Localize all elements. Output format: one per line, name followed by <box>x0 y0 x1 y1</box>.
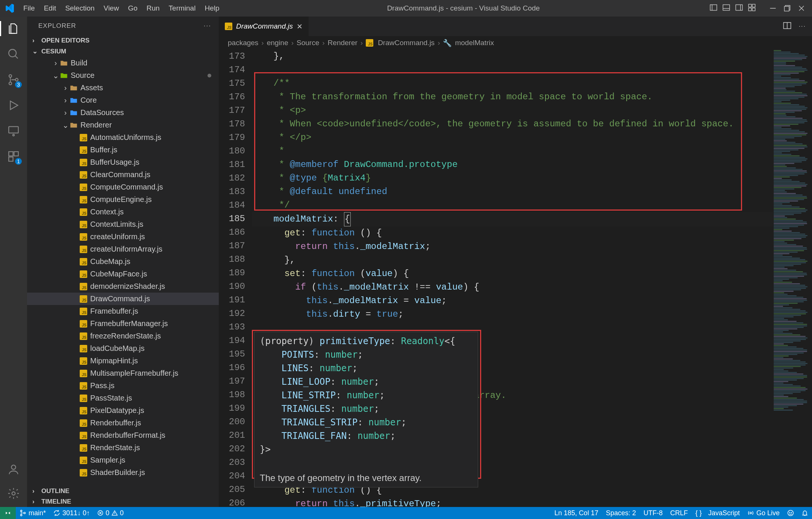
activity-extensions-icon[interactable]: 1 <box>6 149 21 164</box>
file-row[interactable]: JSFramebufferManager.js <box>27 317 219 330</box>
folder-row[interactable]: ›Core <box>27 94 219 106</box>
editor-more-icon[interactable]: ··· <box>799 23 806 30</box>
menu-view[interactable]: View <box>99 4 124 12</box>
activity-remote-icon[interactable] <box>6 123 21 138</box>
code-content[interactable]: }, /** * The transformation from the geo… <box>252 50 773 507</box>
status-language[interactable]: { } JavaScript <box>692 507 744 519</box>
js-file-icon: JS <box>79 295 88 303</box>
toggle-panel-icon[interactable] <box>723 4 730 13</box>
folder-icon <box>59 72 68 79</box>
toggle-secondary-sidebar-icon[interactable] <box>735 4 743 13</box>
menu-selection[interactable]: Selection <box>61 4 99 12</box>
toggle-primary-sidebar-icon[interactable] <box>710 4 717 13</box>
menu-help[interactable]: Help <box>200 4 224 12</box>
tree-item-label: RenderbufferFormat.js <box>90 431 165 440</box>
activity-explorer-icon[interactable] <box>6 21 21 36</box>
tab-close-icon[interactable]: ✕ <box>297 22 303 31</box>
menu-file[interactable]: File <box>19 4 39 12</box>
file-row[interactable]: JSMipmapHint.js <box>27 355 219 367</box>
file-row[interactable]: JSShaderBuilder.js <box>27 466 219 479</box>
section-timeline[interactable]: ›TIMELINE <box>27 496 219 507</box>
sidebar-more-icon[interactable]: ··· <box>204 22 211 30</box>
file-row[interactable]: JScreateUniformArray.js <box>27 243 219 255</box>
folder-icon <box>69 121 78 129</box>
crumb[interactable]: engine <box>267 39 288 47</box>
status-bell-icon[interactable] <box>798 507 812 519</box>
file-row[interactable]: JSSampler.js <box>27 454 219 466</box>
svg-point-29 <box>20 510 22 511</box>
activity-account-icon[interactable] <box>6 462 21 477</box>
file-row[interactable]: JSMultisampleFramebuffer.js <box>27 367 219 379</box>
status-indent[interactable]: Spaces: 2 <box>602 507 640 519</box>
folder-row[interactable]: ›Build <box>27 57 219 69</box>
file-row[interactable]: JSContextLimits.js <box>27 218 219 231</box>
file-row[interactable]: JSBufferUsage.js <box>27 156 219 168</box>
file-row[interactable]: JSPassState.js <box>27 392 219 404</box>
file-row[interactable]: JSPass.js <box>27 379 219 392</box>
file-row[interactable]: JSdemodernizeShader.js <box>27 280 219 293</box>
file-row[interactable]: JSAutomaticUniforms.js <box>27 131 219 144</box>
status-position[interactable]: Ln 185, Col 17 <box>551 507 602 519</box>
menu-terminal[interactable]: Terminal <box>164 4 200 12</box>
activity-scm-icon[interactable]: 3 <box>6 72 21 87</box>
file-row[interactable]: JSFramebuffer.js <box>27 305 219 317</box>
status-branch[interactable]: main* <box>16 507 50 519</box>
chevron-icon: › <box>62 108 69 117</box>
file-row[interactable]: JSContext.js <box>27 206 219 218</box>
file-row[interactable]: JSClearCommand.js <box>27 168 219 181</box>
file-row[interactable]: JSCubeMapFace.js <box>27 268 219 280</box>
minimap[interactable] <box>773 50 812 507</box>
crumb[interactable]: DrawCommand.js <box>378 39 435 47</box>
folder-row[interactable]: ⌄Renderer <box>27 119 219 131</box>
file-row[interactable]: JSComputeEngine.js <box>27 193 219 206</box>
file-row[interactable]: JSComputeCommand.js <box>27 181 219 193</box>
folder-row[interactable]: ⌄Source <box>27 69 219 82</box>
file-row[interactable]: JSCubeMap.js <box>27 255 219 268</box>
status-eol[interactable]: CRLF <box>667 507 692 519</box>
section-open-editors[interactable]: ›OPEN EDITORS <box>27 35 219 46</box>
folder-row[interactable]: ›DataSources <box>27 106 219 119</box>
status-sync[interactable]: 3011↓ 0↑ <box>50 507 94 519</box>
file-row[interactable]: JScreateUniform.js <box>27 231 219 243</box>
close-icon[interactable] <box>798 5 805 12</box>
svg-rect-7 <box>752 4 755 7</box>
file-row[interactable]: JSRenderbuffer.js <box>27 417 219 429</box>
tab-drawcommand[interactable]: JS DrawCommand.js ✕ <box>219 17 309 36</box>
activity-run-icon[interactable] <box>6 98 21 113</box>
js-file-icon: JS <box>79 357 88 365</box>
tree-item-label: ClearCommand.js <box>90 170 150 179</box>
split-editor-icon[interactable] <box>783 21 791 31</box>
file-row[interactable]: JSBuffer.js <box>27 144 219 156</box>
file-row[interactable]: JSloadCubeMap.js <box>27 342 219 355</box>
status-golive[interactable]: Go Live <box>744 507 783 519</box>
activity-settings-icon[interactable] <box>6 486 21 501</box>
code-editor[interactable]: 1731741751761771781791801811821831841851… <box>219 50 812 507</box>
remote-indicator[interactable] <box>0 507 16 519</box>
minimize-icon[interactable] <box>769 5 777 12</box>
menu-go[interactable]: Go <box>123 4 142 12</box>
file-row[interactable]: JSPixelDatatype.js <box>27 404 219 417</box>
section-workspace[interactable]: ⌄CESIUM <box>27 46 219 57</box>
customize-layout-icon[interactable] <box>748 4 756 13</box>
section-outline[interactable]: ›OUTLINE <box>27 486 219 496</box>
crumb[interactable]: Renderer <box>328 39 358 47</box>
menu-edit[interactable]: Edit <box>39 4 61 12</box>
file-row[interactable]: JSRenderbufferFormat.js <box>27 429 219 442</box>
crumb[interactable]: packages <box>228 39 258 47</box>
crumb[interactable]: modelMatrix <box>455 39 494 47</box>
breadcrumb[interactable]: packages› engine› Source› Renderer› JS D… <box>219 36 812 50</box>
file-row[interactable]: JSDrawCommand.js <box>27 293 219 305</box>
js-file-icon: JS <box>79 196 88 203</box>
activity-search-icon[interactable] <box>6 47 21 62</box>
menu-run[interactable]: Run <box>142 4 164 12</box>
status-problems[interactable]: 0 0 <box>94 507 127 519</box>
status-feedback-icon[interactable] <box>783 507 798 519</box>
file-row[interactable]: JSfreezeRenderState.js <box>27 330 219 342</box>
file-row[interactable]: JSRenderState.js <box>27 442 219 454</box>
svg-marker-19 <box>11 101 18 110</box>
crumb[interactable]: Source <box>297 39 319 47</box>
file-tree[interactable]: ›Build⌄Source›Assets›Core›DataSources⌄Re… <box>27 57 219 486</box>
status-encoding[interactable]: UTF-8 <box>640 507 667 519</box>
maximize-icon[interactable] <box>783 5 791 12</box>
folder-row[interactable]: ›Assets <box>27 82 219 94</box>
